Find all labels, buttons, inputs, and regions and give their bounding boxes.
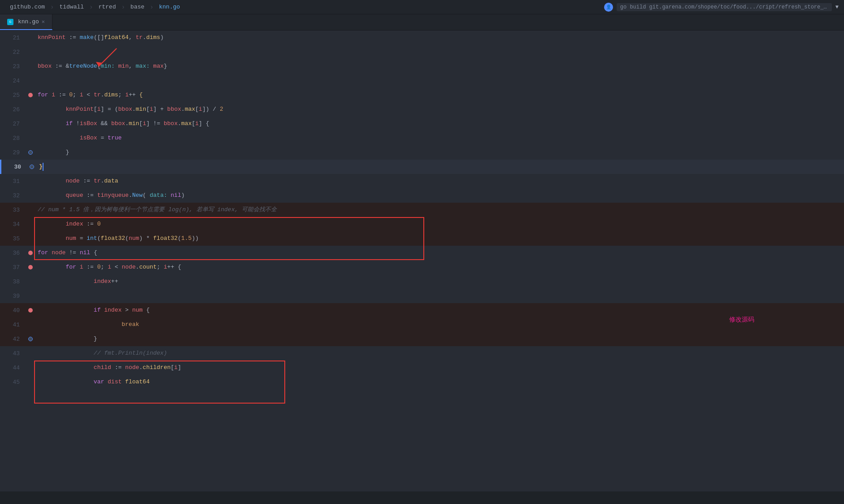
line-content-40: if index > num { xyxy=(34,303,844,317)
table-row: 36 for node != nil { xyxy=(0,246,844,260)
line-number-41: 41 xyxy=(0,322,27,328)
line-content-43: // fmt.Println(index) xyxy=(34,346,844,361)
tab-knn-go[interactable]: G knn.go ✕ xyxy=(0,14,52,30)
code-lines: 21 knnPoint := make([]float64, tr.dims) … xyxy=(0,30,844,389)
table-row: 25 for i := 0; i < tr.dims; i++ { xyxy=(0,88,844,102)
line-number-22: 22 xyxy=(0,49,27,56)
code-editor[interactable]: 21 knnPoint := make([]float64, tr.dims) … xyxy=(0,30,844,491)
line-number-31: 31 xyxy=(0,178,27,185)
line-content-26: knnPoint[i] = (bbox.min[i] + bbox.max[i]… xyxy=(34,102,844,117)
nav-base[interactable]: base xyxy=(126,0,149,14)
line-number-44: 44 xyxy=(0,365,27,371)
table-row: 35 num = int(float32(num) * float32(1.5)… xyxy=(0,231,844,246)
line-content-45: var dist float64 xyxy=(34,375,844,389)
table-row: 27 if !isBox && bbox.min[i] != bbox.max[… xyxy=(0,117,844,131)
table-row: 26 knnPoint[i] = (bbox.min[i] + bbox.max… xyxy=(0,102,844,117)
line-content-31: node := tr.data xyxy=(34,174,844,188)
line-number-25: 25 xyxy=(0,92,27,99)
table-row: 43 // fmt.Println(index) xyxy=(0,346,844,361)
line-gutter-42 xyxy=(27,337,34,341)
nav-github[interactable]: github.com xyxy=(5,0,49,14)
tab-close-button[interactable]: ✕ xyxy=(42,18,45,25)
line-gutter-30 xyxy=(28,165,35,169)
breakpoint-30[interactable] xyxy=(30,165,34,169)
line-number-28: 28 xyxy=(0,135,27,142)
table-row: 30 } xyxy=(0,160,844,174)
line-gutter-37 xyxy=(27,265,34,269)
table-row: 39 xyxy=(0,289,844,303)
line-content-21: knnPoint := make([]float64, tr.dims) xyxy=(34,30,844,45)
table-row: 24 xyxy=(0,74,844,88)
line-content-27: if !isBox && bbox.min[i] != bbox.max[i] … xyxy=(34,117,844,131)
nav-knn[interactable]: knn.go xyxy=(154,0,184,14)
line-number-33: 33 xyxy=(0,207,27,213)
line-content-34: index := 0 xyxy=(34,217,844,231)
line-content-38: index++ xyxy=(34,274,844,289)
line-number-29: 29 xyxy=(0,149,27,156)
main-layout: 21 knnPoint := make([]float64, tr.dims) … xyxy=(0,30,844,491)
line-number-39: 39 xyxy=(0,293,27,300)
nav-tidwall[interactable]: tidwall xyxy=(55,0,88,14)
line-content-29: } xyxy=(34,145,844,160)
line-content-32: queue := tinyqueue.New( data: nil) xyxy=(34,188,844,203)
line-content-30: } xyxy=(35,160,844,174)
table-row: 32 queue := tinyqueue.New( data: nil) xyxy=(0,188,844,203)
nav-rtred[interactable]: rtred xyxy=(94,0,120,14)
breakpoint-25[interactable] xyxy=(28,93,33,97)
line-content-36: for node != nil { xyxy=(34,246,844,260)
table-row: 44 child := node.children[i] xyxy=(0,361,844,375)
user-avatar[interactable]: 👤 xyxy=(604,3,613,12)
line-content-44: child := node.children[i] xyxy=(34,361,844,375)
table-row: 42 } xyxy=(0,332,844,346)
line-content-25: for i := 0; i < tr.dims; i++ { xyxy=(34,88,844,102)
breakpoint-36[interactable] xyxy=(28,251,33,255)
table-row: 41 break xyxy=(0,317,844,332)
line-gutter-36 xyxy=(27,251,34,255)
table-row: 22 xyxy=(0,45,844,59)
line-number-27: 27 xyxy=(0,121,27,127)
table-row: 31 node := tr.data xyxy=(0,174,844,188)
line-number-30: 30 xyxy=(1,164,28,170)
cursor xyxy=(43,163,44,171)
url-bar: go build git.garena.com/shopee/toc/food.… xyxy=(617,3,832,11)
breakpoint-40[interactable] xyxy=(28,308,33,313)
line-number-40: 40 xyxy=(0,307,27,314)
breakpoint-29[interactable] xyxy=(28,150,33,155)
line-number-35: 35 xyxy=(0,235,27,242)
line-gutter-29 xyxy=(27,150,34,155)
line-content-33: // num * 1.5 倍，因为树每便利一个节点需要 log(n), 若单写 … xyxy=(34,203,844,217)
url-dropdown-icon[interactable]: ▼ xyxy=(835,4,839,10)
table-row: 37 for i := 0; i < node.count; i++ { xyxy=(0,260,844,274)
line-gutter-40 xyxy=(27,308,34,313)
line-number-42: 42 xyxy=(0,336,27,343)
line-number-34: 34 xyxy=(0,221,27,228)
line-number-37: 37 xyxy=(0,264,27,271)
line-number-24: 24 xyxy=(0,78,27,84)
go-file-icon: G xyxy=(7,19,13,25)
table-row: 21 knnPoint := make([]float64, tr.dims) xyxy=(0,30,844,45)
table-row: 33 // num * 1.5 倍，因为树每便利一个节点需要 log(n), 若… xyxy=(0,203,844,217)
line-number-38: 38 xyxy=(0,278,27,285)
table-row: 28 isBox = true xyxy=(0,131,844,145)
line-number-45: 45 xyxy=(0,379,27,386)
line-number-21: 21 xyxy=(0,35,27,41)
nav-sep3: › xyxy=(121,4,125,11)
line-content-42: } xyxy=(34,332,844,346)
line-number-23: 23 xyxy=(0,63,27,70)
line-content-37: for i := 0; i < node.count; i++ { xyxy=(34,260,844,274)
tab-bar: G knn.go ✕ xyxy=(0,14,844,30)
nav-sep1: › xyxy=(50,4,54,11)
table-row: 38 index++ xyxy=(0,274,844,289)
line-content-41: break xyxy=(34,317,844,332)
breakpoint-42[interactable] xyxy=(28,337,33,341)
table-row: 23 bbox := &treeNode{min: min, max: max} xyxy=(0,59,844,74)
line-content-28: isBox = true xyxy=(34,131,844,145)
breakpoint-37[interactable] xyxy=(28,265,33,269)
line-number-32: 32 xyxy=(0,192,27,199)
nav-sep2: › xyxy=(89,4,93,11)
top-nav: github.com › tidwall › rtred › base › kn… xyxy=(0,0,844,14)
line-number-43: 43 xyxy=(0,350,27,357)
nav-sep4: › xyxy=(150,4,153,11)
line-content-23: bbox := &treeNode{min: min, max: max} xyxy=(34,59,844,74)
line-number-36: 36 xyxy=(0,250,27,256)
